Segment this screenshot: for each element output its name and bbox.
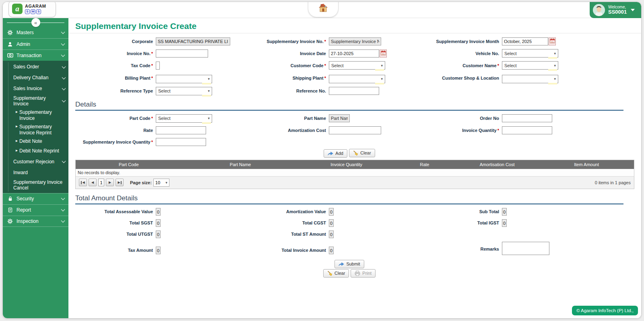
part-name-label: Part Name [304, 116, 326, 121]
dropdown-caret-icon: ▾ [208, 89, 210, 93]
pager-page-number[interactable]: 1 [98, 179, 104, 186]
remarks-textarea[interactable] [502, 242, 549, 255]
sidebar-item-admin[interactable]: Admin [3, 38, 68, 49]
tax-code-input[interactable] [156, 62, 160, 70]
sidebar-item-inspection[interactable]: Inspection [3, 216, 68, 227]
calendar-icon: 31 [381, 50, 386, 57]
corporate-input[interactable] [156, 37, 230, 45]
chevron-down-icon [61, 53, 65, 57]
sidebar-item-report[interactable]: Report [3, 204, 68, 216]
sidebar-item-sales-invoice[interactable]: Sales Invoice [3, 83, 68, 94]
add-button[interactable]: Add [324, 149, 347, 158]
agaram-logo-icon: a [12, 4, 23, 14]
total-utgst-box: 0 [156, 230, 161, 238]
invoice-quantity-input[interactable] [502, 126, 552, 134]
svg-text:31: 31 [382, 52, 385, 55]
sidebar-item-sub-supplementary-invoice[interactable]: ▸ Supplementary Invoice [3, 108, 68, 123]
dropdown-caret-icon: ▾ [554, 51, 556, 56]
print-button[interactable]: Print [351, 269, 376, 278]
app-window: a AGARAM S M S [2, 2, 642, 319]
sidebar-item-customer-rejecion[interactable]: Customer Rejecion [3, 156, 68, 167]
supplementary-invoice-quantity-input[interactable] [156, 138, 206, 146]
pager-next-button[interactable]: ▶ [106, 179, 114, 186]
brand-letter-s2: S [36, 9, 41, 14]
clear-button-label: Clear [334, 271, 345, 276]
reference-type-dropdown[interactable]: Select▾ [156, 87, 212, 95]
chevron-down-icon [61, 196, 65, 200]
pager-next-icon: ▶ [118, 181, 120, 184]
user-id: SS0001 [608, 9, 627, 15]
main-content: Supplementary Invoice Create Corporate S… [68, 18, 641, 319]
clear-button[interactable]: Clear [323, 269, 349, 278]
sidebar-item-sales-order[interactable]: Sales Order [3, 62, 68, 72]
arrow-right-icon [328, 151, 333, 156]
sidebar-collapse-button[interactable]: « [31, 18, 40, 27]
user-icon [7, 41, 13, 47]
reference-no-input[interactable] [329, 87, 379, 95]
sidebar-label-supplementary-invoice-cancel: Supplementary Invoice Cancel [13, 179, 65, 191]
page-title: Supplementary Invoice Create [68, 18, 641, 33]
supplementary-invoice-month-input[interactable] [502, 37, 548, 45]
supplementary-invoice-no-input[interactable] [329, 37, 381, 45]
required-mark: * [151, 140, 153, 144]
customer-shop-location-dropdown[interactable]: ▾ [502, 75, 558, 83]
total-cgst-label: Total CGST [302, 220, 326, 225]
customer-name-dropdown[interactable]: Select▾ [502, 61, 558, 70]
required-mark: * [497, 128, 499, 133]
sidebar-item-transaction[interactable]: Transaction [3, 49, 68, 61]
customer-code-label: Customer Code [291, 63, 324, 68]
amortization-cost-input[interactable] [329, 126, 381, 134]
submit-button[interactable]: Submit [334, 260, 364, 268]
part-code-dropdown[interactable]: Select▾ [156, 114, 212, 123]
pager-last-button[interactable]: ▶ [116, 179, 124, 186]
dropdown-caret-icon: ▾ [165, 181, 167, 185]
grid-header-item-amount: Item Amount [539, 160, 634, 169]
customer-code-dropdown[interactable]: Select▾ [329, 61, 385, 70]
part-name-input[interactable] [329, 114, 350, 122]
sidebar-item-supplementary-invoice[interactable]: Supplementary Invoice [3, 94, 68, 108]
user-menu[interactable]: Welcome, SS0001 [590, 2, 641, 18]
shipping-plant-dropdown[interactable]: ▾ [329, 75, 385, 83]
sidebar-item-delivery-challan[interactable]: Delivery Challan [3, 72, 68, 83]
gear-icon [7, 30, 13, 35]
amortization-value-label: Amortization Value [286, 209, 326, 214]
invoice-date-calendar-button[interactable]: 31 [380, 49, 387, 58]
invoice-quantity-label: Invoice Quantity [462, 128, 497, 133]
invoice-no-input[interactable] [156, 49, 208, 58]
vehicle-no-dropdown[interactable]: Select▾ [502, 49, 558, 58]
details-clear-button[interactable]: Clear [349, 149, 375, 157]
sidebar-label-sales-order: Sales Order [13, 64, 62, 70]
sidebar-item-debit-note[interactable]: ▸ Debit Note [3, 137, 68, 147]
details-section-heading: Details [75, 101, 623, 111]
chevron-down-icon [62, 64, 66, 68]
brand-letter-m: M [31, 9, 35, 14]
dropdown-caret-icon: ▾ [208, 116, 210, 120]
pager-first-button[interactable]: ◀ [79, 179, 87, 186]
order-no-input[interactable] [502, 114, 552, 122]
billing-plant-dropdown[interactable]: ▾ [156, 75, 212, 83]
sidebar-item-inward[interactable]: Inward [3, 167, 68, 178]
invoice-date-input[interactable] [329, 49, 379, 58]
page-size-dropdown[interactable]: 10▾ [153, 179, 169, 187]
sidebar-item-supplementary-invoice-cancel[interactable]: Supplementary Invoice Cancel [3, 178, 68, 192]
sidebar-item-supplementary-invoice-reprint[interactable]: ▸ Supplementary Invoice Reprint [3, 123, 68, 137]
sidebar-item-security[interactable]: Security [3, 193, 68, 204]
triangle-right-icon: ▸ [16, 148, 18, 153]
broom-icon [353, 150, 358, 156]
part-code-value: Select [158, 116, 171, 121]
sidebar-item-debit-note-reprint[interactable]: ▸ Debit Note Reprint [3, 147, 68, 156]
print-button-label: Print [362, 271, 372, 276]
sidebar-label-delivery-challan: Delivery Challan [13, 75, 62, 80]
pager-prev-button[interactable]: ◀ [89, 179, 97, 186]
sidebar-label-report: Report [17, 207, 62, 213]
rate-input[interactable] [156, 126, 206, 134]
rate-label: Rate [143, 128, 153, 133]
home-button[interactable] [308, 2, 339, 17]
month-calendar-button[interactable]: 31 [549, 37, 556, 45]
sidebar-item-masters[interactable]: Masters [3, 27, 68, 38]
total-cgst-box: 0 [329, 219, 334, 227]
triangle-right-icon: ▸ [16, 124, 18, 129]
brand-letter-s1: S [25, 9, 30, 14]
sidebar-label-sub-supplementary-invoice: Supplementary Invoice [19, 109, 66, 121]
grid-empty-message: No records to display. [76, 169, 634, 177]
